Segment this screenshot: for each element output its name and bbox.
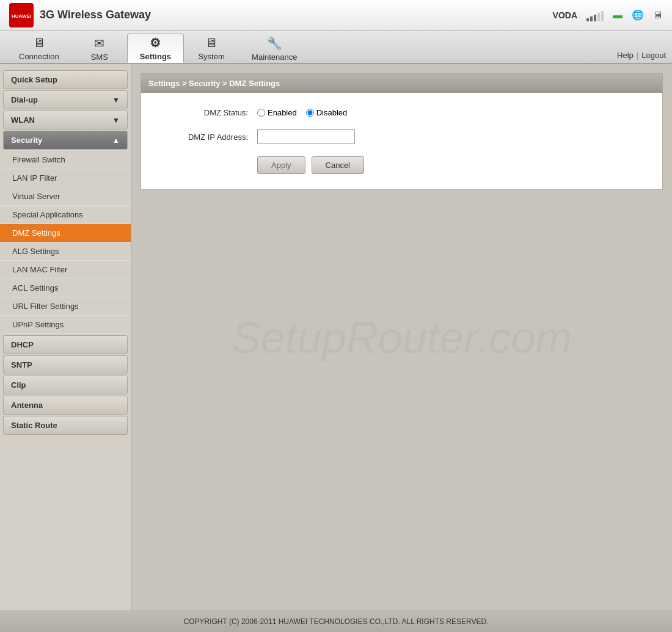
sidebar-wlan-header[interactable]: WLAN ▼ — [3, 111, 128, 129]
sidebar-item-dmz-settings[interactable]: DMZ Settings — [0, 224, 131, 242]
dialup-chevron-icon: ▼ — [112, 96, 120, 104]
help-logout-area: Help | Logout — [617, 51, 666, 63]
signal-bar-5 — [601, 11, 604, 21]
button-row: Apply Cancel — [159, 156, 644, 174]
sidebar-antenna-header[interactable]: Antenna — [3, 396, 128, 415]
sidebar-section-sntp: SNTP — [0, 355, 131, 374]
sidebar-item-virtual-server[interactable]: Virtual Server — [0, 187, 131, 206]
copyright-text: COPYRIGHT (C) 2006-2011 HUAWEI TECHNOLOG… — [183, 617, 488, 626]
tab-system[interactable]: 🖥 System — [184, 34, 239, 63]
sidebar-item-lan-ip-filter[interactable]: LAN IP Filter — [0, 169, 131, 187]
sidebar-security-label: Security — [11, 136, 42, 145]
monitor-icon: 🖥 — [653, 10, 663, 21]
signal-bar-4 — [597, 13, 600, 21]
sidebar-clip-label: Clip — [11, 380, 26, 390]
sidebar-dhcp-header[interactable]: DHCP — [3, 335, 128, 354]
dmz-status-control: Enabled Disabled — [257, 108, 347, 117]
sms-tab-label: SMS — [91, 53, 108, 62]
signal-bars — [586, 9, 604, 21]
enabled-option[interactable]: Enabled — [257, 108, 297, 117]
disabled-label: Disabled — [316, 108, 348, 117]
header-right: VODA ▬ 🌐 🖥 — [553, 9, 663, 21]
sidebar: Quick Setup Dial-up ▼ WLAN ▼ Security ▲ … — [0, 64, 131, 611]
separator: | — [637, 51, 638, 60]
signal-bar-3 — [594, 15, 596, 21]
sidebar-item-acl-settings[interactable]: ACL Settings — [0, 279, 131, 297]
system-tab-label: System — [198, 52, 224, 61]
sidebar-wlan-label: WLAN — [11, 115, 35, 125]
sidebar-quicksetup-header[interactable]: Quick Setup — [3, 70, 128, 89]
footer: COPYRIGHT (C) 2006-2011 HUAWEI TECHNOLOG… — [0, 611, 672, 632]
tab-maintenance[interactable]: 🔧 Maintenance — [239, 34, 310, 63]
system-tab-icon: 🖥 — [205, 36, 217, 50]
sidebar-dialup-label: Dial-up — [11, 95, 38, 104]
sms-tab-icon: ✉ — [94, 36, 104, 51]
enabled-label: Enabled — [268, 108, 297, 117]
sidebar-section-dhcp: DHCP — [0, 335, 131, 354]
dmz-ip-row: DMZ IP Address: — [159, 129, 644, 144]
wlan-chevron-icon: ▼ — [112, 116, 120, 125]
sidebar-static-route-header[interactable]: Static Route — [3, 416, 128, 435]
sidebar-section-wlan: WLAN ▼ — [0, 111, 131, 129]
sidebar-item-lan-mac-filter[interactable]: LAN MAC Filter — [0, 261, 131, 279]
connection-tab-label: Connection — [19, 52, 59, 61]
dmz-status-label: DMZ Status: — [159, 108, 257, 117]
sidebar-dhcp-label: DHCP — [11, 340, 34, 349]
svg-text:HUAWEI: HUAWEI — [12, 13, 31, 19]
sidebar-sntp-header[interactable]: SNTP — [3, 355, 128, 374]
signal-bar-2 — [590, 16, 593, 21]
maintenance-tab-icon: 🔧 — [267, 36, 282, 51]
sidebar-security-header[interactable]: Security ▲ — [3, 131, 128, 150]
dmz-ip-input[interactable] — [257, 129, 355, 144]
sidebar-clip-header[interactable]: Clip — [3, 376, 128, 394]
nav-tabs: 🖥 Connection ✉ SMS ⚙ Settings 🖥 System 🔧… — [0, 31, 672, 64]
help-link[interactable]: Help — [617, 51, 634, 60]
sidebar-section-antenna: Antenna — [0, 396, 131, 415]
sidebar-item-upnp-settings[interactable]: UPnP Settings — [0, 316, 131, 334]
sidebar-static-route-label: Static Route — [11, 421, 57, 430]
connection-tab-icon: 🖥 — [33, 36, 45, 50]
sidebar-antenna-label: Antenna — [11, 401, 43, 410]
settings-tab-label: Settings — [140, 52, 171, 61]
tab-connection[interactable]: 🖥 Connection — [6, 34, 72, 63]
sidebar-quicksetup-label: Quick Setup — [11, 75, 57, 84]
apply-button[interactable]: Apply — [257, 156, 305, 174]
main-layout: Quick Setup Dial-up ▼ WLAN ▼ Security ▲ … — [0, 64, 672, 611]
disabled-option[interactable]: Disabled — [306, 108, 348, 117]
sidebar-section-clip: Clip — [0, 376, 131, 394]
form-area: DMZ Status: Enabled Disabled DMZ IP Add — [141, 93, 662, 189]
dmz-ip-label: DMZ IP Address: — [159, 133, 257, 142]
header: HUAWEI 3G Wireless Gateway VODA ▬ 🌐 🖥 — [0, 0, 672, 31]
sidebar-section-dialup: Dial-up ▼ — [0, 90, 131, 109]
watermark: SetupRouter.com — [232, 313, 572, 363]
tab-settings[interactable]: ⚙ Settings — [127, 34, 184, 63]
huawei-logo: HUAWEI — [9, 3, 34, 27]
settings-tab-icon: ⚙ — [150, 35, 161, 50]
dmz-ip-control — [257, 129, 355, 144]
sidebar-section-quicksetup: Quick Setup — [0, 70, 131, 89]
maintenance-tab-label: Maintenance — [252, 53, 297, 62]
signal-bar-1 — [586, 18, 589, 21]
connection-status-icon: ▬ — [613, 10, 623, 21]
sidebar-item-special-applications[interactable]: Special Applications — [0, 206, 131, 224]
cancel-button[interactable]: Cancel — [312, 156, 364, 174]
sidebar-section-security: Security ▲ Firewall Switch LAN IP Filter… — [0, 131, 131, 334]
breadcrumb: Settings > Security > DMZ Settings — [141, 74, 662, 93]
tab-sms[interactable]: ✉ SMS — [72, 34, 127, 63]
logo-area: HUAWEI 3G Wireless Gateway — [9, 3, 151, 27]
disabled-radio[interactable] — [306, 109, 314, 117]
content-panel: Settings > Security > DMZ Settings DMZ S… — [141, 73, 663, 190]
logout-link[interactable]: Logout — [641, 51, 666, 60]
app-title: 3G Wireless Gateway — [40, 9, 151, 21]
sidebar-item-alg-settings[interactable]: ALG Settings — [0, 242, 131, 261]
dmz-status-row: DMZ Status: Enabled Disabled — [159, 108, 644, 117]
sidebar-item-firewall-switch[interactable]: Firewall Switch — [0, 151, 131, 169]
sidebar-item-url-filter-settings[interactable]: URL Filter Settings — [0, 297, 131, 316]
security-chevron-icon: ▲ — [112, 136, 120, 145]
content-area: SetupRouter.com Settings > Security > DM… — [131, 64, 672, 611]
carrier-name: VODA — [553, 10, 577, 20]
enabled-radio[interactable] — [257, 109, 265, 117]
globe-icon: 🌐 — [632, 9, 644, 21]
sidebar-dialup-header[interactable]: Dial-up ▼ — [3, 90, 128, 109]
sidebar-sntp-label: SNTP — [11, 360, 32, 369]
